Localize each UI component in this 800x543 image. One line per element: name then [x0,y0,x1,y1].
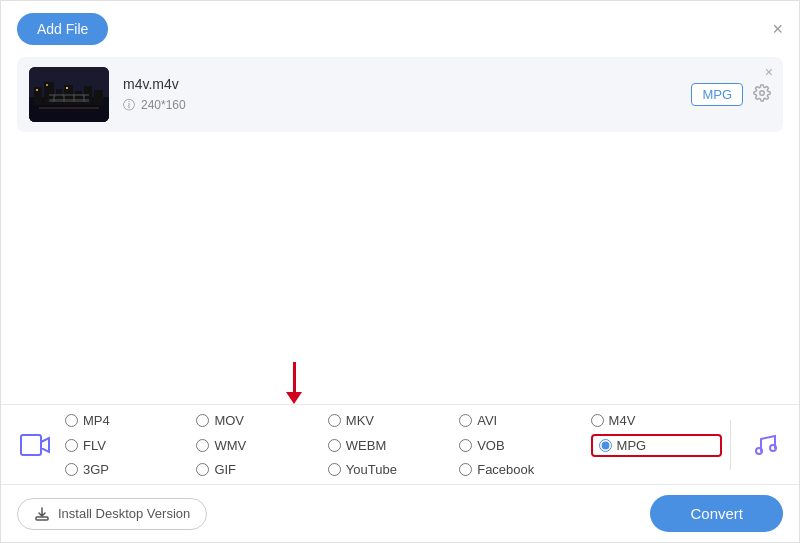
audio-format-icon[interactable] [747,427,783,463]
arrow-head [286,392,302,404]
format-option-avi[interactable]: AVI [459,409,590,432]
svg-rect-13 [49,99,89,102]
svg-rect-5 [56,89,62,105]
svg-marker-22 [41,438,49,452]
arrow-indicator [286,362,302,404]
install-desktop-label: Install Desktop Version [58,506,190,521]
svg-rect-7 [75,91,82,105]
format-option-3gp[interactable]: 3GP [65,459,196,480]
file-info: m4v.m4v ⓘ 240*160 [123,76,691,114]
close-window-button[interactable]: × [772,20,783,38]
file-name: m4v.m4v [123,76,691,92]
file-thumbnail [29,67,109,122]
format-options-grid: MP4 MOV MKV AVI M4V FLV WMV WEB [65,409,722,480]
svg-point-20 [760,90,765,95]
format-option-vob[interactable]: VOB [459,434,590,457]
format-bar-wrapper: MP4 MOV MKV AVI M4V FLV WMV WEB [1,404,799,542]
format-option-facebook[interactable]: Facebook [459,459,590,480]
svg-rect-11 [46,84,48,86]
file-item: m4v.m4v ⓘ 240*160 MPG × [17,57,783,132]
video-format-icon [17,427,53,463]
file-actions: MPG [691,83,771,106]
format-option-gif[interactable]: GIF [196,459,327,480]
install-desktop-button[interactable]: Install Desktop Version [17,498,207,530]
format-option-mov[interactable]: MOV [196,409,327,432]
svg-point-24 [770,445,776,451]
format-badge-button[interactable]: MPG [691,83,743,106]
svg-rect-21 [21,435,41,455]
format-option-webm[interactable]: WEBM [328,434,459,457]
content-area [1,132,799,352]
file-dimensions: 240*160 [141,98,186,112]
format-divider [730,420,731,470]
format-option-mpg[interactable]: MPG [591,434,722,457]
svg-rect-25 [36,517,48,520]
settings-icon-button[interactable] [753,84,771,106]
svg-rect-10 [36,89,38,91]
file-remove-button[interactable]: × [765,65,773,79]
arrow-shaft [293,362,296,392]
svg-rect-19 [39,107,99,109]
add-file-button[interactable]: Add File [17,13,108,45]
format-option-youtube[interactable]: YouTube [328,459,459,480]
header: Add File × [1,1,799,57]
svg-rect-12 [66,87,68,89]
svg-rect-9 [94,90,103,105]
format-option-flv[interactable]: FLV [65,434,196,457]
footer-bar: Install Desktop Version Convert [1,485,799,542]
file-meta: ⓘ 240*160 [123,97,691,114]
info-icon: ⓘ [123,97,135,114]
format-option-mp4[interactable]: MP4 [65,409,196,432]
format-option-m4v[interactable]: M4V [591,409,722,432]
file-list: m4v.m4v ⓘ 240*160 MPG × [1,57,799,132]
format-bar: MP4 MOV MKV AVI M4V FLV WMV WEB [1,405,799,485]
convert-button[interactable]: Convert [650,495,783,532]
format-option-wmv[interactable]: WMV [196,434,327,457]
format-option-mkv[interactable]: MKV [328,409,459,432]
svg-point-23 [756,448,762,454]
